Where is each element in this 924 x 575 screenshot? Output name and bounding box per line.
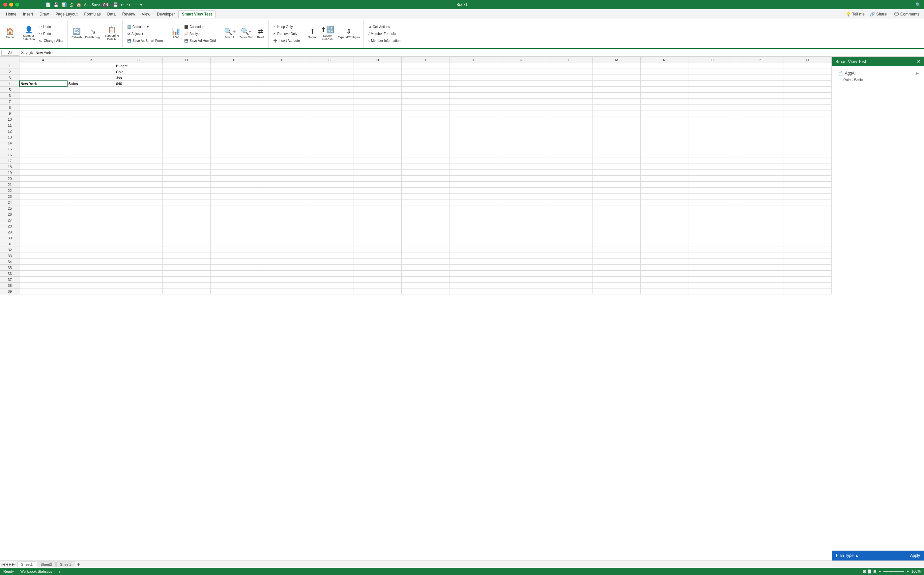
cell-C18[interactable] [115, 164, 163, 170]
cell-M24[interactable] [593, 200, 640, 205]
cell-P26[interactable] [736, 211, 784, 217]
cell-J39[interactable] [450, 289, 497, 294]
cell-E36[interactable] [211, 271, 258, 276]
cell-L23[interactable] [545, 194, 593, 200]
row-header-2[interactable]: 2 [0, 69, 19, 75]
cell-I17[interactable] [402, 158, 450, 164]
col-header-L[interactable]: L [545, 57, 593, 63]
cell-E26[interactable] [211, 211, 258, 217]
cell-F15[interactable] [258, 146, 306, 152]
workbook-stats[interactable]: Workbook Statistics [21, 569, 52, 573]
cell-E31[interactable] [211, 241, 258, 247]
cell-P36[interactable] [736, 271, 784, 276]
cell-B28[interactable] [67, 223, 115, 229]
cell-B9[interactable] [67, 110, 115, 116]
col-header-Q[interactable]: Q [784, 57, 832, 63]
row-header-7[interactable]: 7 [0, 98, 19, 105]
cell-I9[interactable] [402, 110, 450, 116]
cell-M30[interactable] [593, 235, 640, 241]
row-header-32[interactable]: 32 [0, 247, 19, 253]
cell-P30[interactable] [736, 235, 784, 241]
save-icon2[interactable]: 📊 [61, 2, 67, 7]
cell-A15[interactable] [19, 146, 67, 152]
cell-N1[interactable] [640, 63, 688, 69]
cell-D23[interactable] [163, 194, 211, 200]
undo-icon[interactable]: ↩ [120, 2, 124, 7]
new-doc-icon[interactable]: 📄 [46, 2, 51, 7]
cell-A24[interactable] [19, 200, 67, 205]
cell-P28[interactable] [736, 223, 784, 229]
cell-N24[interactable] [640, 200, 688, 205]
cell-B3[interactable] [67, 75, 115, 81]
row-header-34[interactable]: 34 [0, 259, 19, 265]
cell-G23[interactable] [306, 194, 354, 200]
adjust-button[interactable]: ⚙ Adjust ▾ [125, 30, 165, 37]
cell-M8[interactable] [593, 105, 640, 110]
cell-Q22[interactable] [784, 187, 832, 194]
cell-H18[interactable] [354, 164, 402, 170]
cell-C21[interactable] [115, 182, 163, 187]
cell-N35[interactable] [640, 265, 688, 271]
sheet-last-icon[interactable]: ▶| [12, 562, 16, 566]
cell-K38[interactable] [497, 283, 545, 289]
cell-F1[interactable] [258, 63, 306, 69]
cell-J18[interactable] [450, 164, 497, 170]
zoom-in-status-icon[interactable]: + [907, 569, 908, 573]
cell-C4[interactable]: 640 [115, 81, 163, 87]
cell-E17[interactable] [211, 158, 258, 164]
row-header-18[interactable]: 18 [0, 164, 19, 170]
cell-H12[interactable] [354, 128, 402, 134]
change-alias-button[interactable]: 🏷 Change Alias [37, 37, 65, 44]
row-header-6[interactable]: 6 [0, 93, 19, 98]
cell-A29[interactable] [19, 229, 67, 235]
cell-K2[interactable] [497, 69, 545, 75]
drill-through-button[interactable]: ↘ Drill-through [84, 24, 103, 43]
col-header-F[interactable]: F [258, 57, 306, 63]
cell-L24[interactable] [545, 200, 593, 205]
cell-O16[interactable] [688, 152, 736, 158]
cell-K37[interactable] [497, 276, 545, 283]
cell-E27[interactable] [211, 217, 258, 223]
cell-M22[interactable] [593, 187, 640, 194]
autosave-toggle[interactable]: ON [101, 3, 110, 7]
cell-H14[interactable] [354, 140, 402, 146]
cell-G11[interactable] [306, 122, 354, 128]
cell-P23[interactable] [736, 194, 784, 200]
cell-E29[interactable] [211, 229, 258, 235]
tab-insert[interactable]: Insert [20, 11, 36, 18]
cell-B32[interactable] [67, 247, 115, 253]
cell-K23[interactable] [497, 194, 545, 200]
cell-Q27[interactable] [784, 217, 832, 223]
cell-D8[interactable] [163, 105, 211, 110]
cell-C28[interactable] [115, 223, 163, 229]
cell-H24[interactable] [354, 200, 402, 205]
cell-H32[interactable] [354, 247, 402, 253]
cell-K36[interactable] [497, 271, 545, 276]
row-header-35[interactable]: 35 [0, 265, 19, 271]
cell-N29[interactable] [640, 229, 688, 235]
cell-O28[interactable] [688, 223, 736, 229]
cell-M16[interactable] [593, 152, 640, 158]
cell-D16[interactable] [163, 152, 211, 158]
sv-item-rule-basic[interactable]: Rule - Basic [835, 77, 921, 83]
cell-Q33[interactable] [784, 253, 832, 259]
remove-only-button[interactable]: ✗ Remove Only [271, 30, 301, 37]
cell-A39[interactable] [19, 289, 67, 294]
cell-Q9[interactable] [784, 110, 832, 116]
cell-J2[interactable] [450, 69, 497, 75]
cell-I22[interactable] [402, 187, 450, 194]
cell-O5[interactable] [688, 87, 736, 93]
cell-H7[interactable] [354, 98, 402, 105]
cell-I27[interactable] [402, 217, 450, 223]
cell-H3[interactable] [354, 75, 402, 81]
cell-C34[interactable] [115, 259, 163, 265]
cell-O7[interactable] [688, 98, 736, 105]
cell-B37[interactable] [67, 276, 115, 283]
cell-J11[interactable] [450, 122, 497, 128]
cell-D9[interactable] [163, 110, 211, 116]
tell-me-button[interactable]: 💡 Tell me [846, 12, 865, 16]
row-header-37[interactable]: 37 [0, 276, 19, 283]
cell-F5[interactable] [258, 87, 306, 93]
cell-A31[interactable] [19, 241, 67, 247]
cell-F19[interactable] [258, 170, 306, 176]
